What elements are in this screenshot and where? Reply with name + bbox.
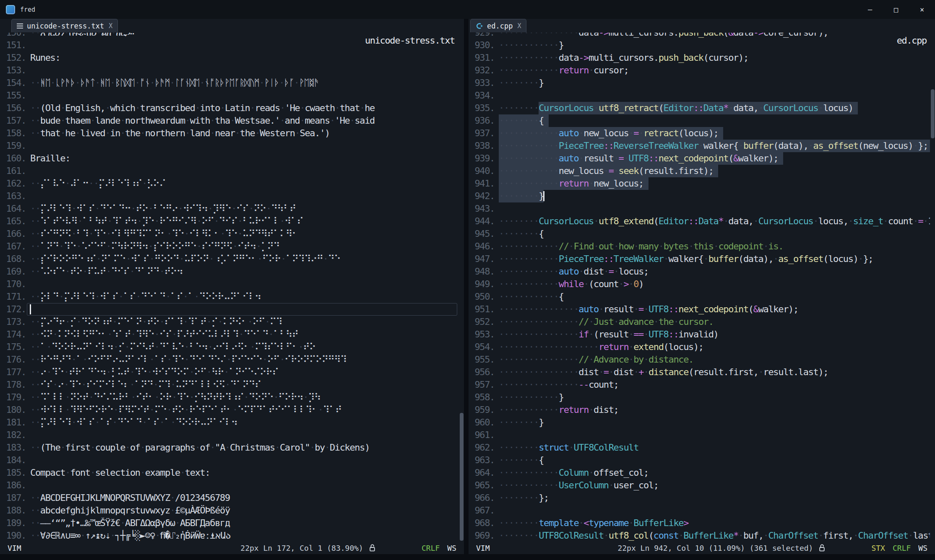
code-line[interactable]: 941.············return·new_locus; <box>469 177 930 190</box>
code-line[interactable]: 174.··⠪⠝·⠅⠝⠪⠇⠫⠛⠑⠂·⠱⠁⠞·⠹⠻⠑·⠊⠎·⠏⠜⠞⠊⠊⠥⠇⠜⠇⠹·… <box>0 328 459 341</box>
flag-ws[interactable]: WS <box>918 544 927 552</box>
code-line[interactable]: 158.··that·he·lived·in·the·northern·land… <box>0 127 459 140</box>
code-line[interactable]: 935.········CursorLocus·utf8_retract(Edi… <box>469 102 930 114</box>
code-line[interactable]: 962.········struct·UTF8ColResult <box>469 441 930 454</box>
code-line[interactable]: 959.············return·dist; <box>469 404 930 416</box>
code-line[interactable]: 956.················dist·=·dist·+·distan… <box>469 366 930 379</box>
code-line[interactable]: 178.··⠊⠎·⠔·⠹⠑·⠎⠊⠍⠊⠇⠑⠆·⠁⠝⠙·⠍⠹·⠥⠝⠙⠁⠇⠇⠪⠫·⠙⠁… <box>0 379 459 391</box>
flag-crlf[interactable]: CRLF <box>893 544 911 552</box>
code-line[interactable]: 958.············} <box>469 391 930 404</box>
code-line[interactable]: 170. <box>0 278 459 290</box>
code-line[interactable]: 155. <box>0 89 459 102</box>
code-line[interactable]: 949.············while·(count·>·0) <box>469 278 930 290</box>
unlock-icon[interactable] <box>369 544 375 552</box>
code-line[interactable]: 931.············data->multi_cursors.push… <box>469 52 930 64</box>
code-line[interactable]: 933.········} <box>469 77 930 89</box>
code-line[interactable]: 947.············PieceTree::TreeWalker·wa… <box>469 253 930 265</box>
code-line[interactable]: 968.········template·<typename·BufferLik… <box>469 517 930 529</box>
horizontal-scrollbar-track[interactable] <box>0 554 935 560</box>
code-line[interactable]: 969.········UTF8ColResult·utf8_col(const… <box>469 529 930 542</box>
code-line[interactable]: 964.············Column·offset_col; <box>469 467 930 479</box>
code-line[interactable]: 960.········} <box>469 416 930 429</box>
code-line[interactable]: 171.··⡕⠇⠙·⡍⠜⠇⠑⠹·⠺⠁⠎·⠁⠎·⠙⠑⠁⠙·⠁⠎·⠁·⠙⠕⠕⠗⠤⠝⠁… <box>0 290 459 303</box>
code-line[interactable]: 963.········{ <box>469 454 930 467</box>
text-editor-viewport[interactable]: 150.··እግርህን·በፍራሽህ·ልክ·ዘርጋ።151.152.Runes:1… <box>0 33 459 542</box>
code-line[interactable]: 934. <box>469 89 930 102</box>
code-line[interactable]: 167.··⠁⠝⠙·⠹⠑·⠡⠊⠑⠋·⠍⠳⠗⠝⠻⠲·⡎⠊⠗⠕⠕⠛⠑·⠎⠊⠛⠝⠫·⠊… <box>0 240 459 253</box>
code-line[interactable]: 157.··bude·thaem·lande·northweardum·with… <box>0 114 459 127</box>
code-line[interactable]: 188.··abcdefghijklmnopqrstuvwxyz·£©µÀÆÖÞ… <box>0 504 459 517</box>
code-line[interactable]: 951.················auto·result·=·UTF8::… <box>469 303 930 316</box>
code-line[interactable]: 179.··⠩⠁⠇⠇·⠝⠕⠞·⠙⠊⠌⠥⠗⠃·⠊⠞⠂·⠕⠗·⠹⠑·⡊⠳⠝⠞⠗⠹⠰⠎… <box>0 391 459 404</box>
tab-ed-cpp[interactable]: ed.cpp X <box>470 19 526 32</box>
code-line[interactable]: 161. <box>0 165 459 177</box>
code-line[interactable]: 953.················if·(result·==·UTF8::… <box>469 328 930 341</box>
maximize-button[interactable]: □ <box>883 0 909 19</box>
code-line[interactable]: 940.············new_locus·=·seek(result.… <box>469 165 930 177</box>
minimize-button[interactable]: — <box>857 0 883 19</box>
code-line[interactable]: 153. <box>0 64 459 77</box>
tab-unicode-stress-txt[interactable]: unicode-stress.txt X <box>11 19 118 32</box>
code-line[interactable]: 190.··∀∂∈ℝ∧∪≡∞·↑↗↨↻⇣·┐┼╔╘░►☺♀·ﬁ�⑀₂ἠḂӥẄɐː… <box>0 529 459 542</box>
flag-ws[interactable]: WS <box>447 544 456 552</box>
code-line[interactable]: 175.··⠁·⠙⠕⠕⠗⠤⠝⠁⠊⠇⠲·⡊·⠍⠊⠣⠞·⠙⠁⠧⠑·⠃⠑⠲·⠔⠊⠇⠔⠫… <box>0 341 459 353</box>
code-line[interactable]: 938.············PieceTree::ReverseTreeWa… <box>469 140 930 152</box>
close-button[interactable]: × <box>909 0 935 19</box>
scrollbar-thumb[interactable] <box>931 89 935 138</box>
code-line[interactable]: 154.··ᚻᛖ·ᚳᚹᚫᚦ·ᚦᚫᛏ·ᚻᛖ·ᛒᚢᛞᛖ·ᚩᚾ·ᚦᚫᛗ·ᛚᚪᚾᛞᛖ·ᚾ… <box>0 77 459 89</box>
code-line[interactable]: 168.··⡎⠊⠗⠕⠕⠛⠑⠰⠎·⠝⠁⠍⠑·⠺⠁⠎·⠛⠕⠕⠙·⠥⠏⠕⠝·⠰⡡⠁⠝⠛… <box>0 253 459 265</box>
code-line[interactable]: 961. <box>469 429 930 441</box>
code-line[interactable]: 159. <box>0 140 459 152</box>
code-line[interactable]: 166.··⠎⠊⠛⠝⠫·⠃⠹·⠹⠑·⠊⠇⠻⠛⠹⠍⠁⠝⠂·⠹⠑·⠊⠇⠻⠅⠂·⠹⠑·… <box>0 228 459 240</box>
code-line[interactable]: 965.············UserColumn·user_col; <box>469 479 930 492</box>
code-line[interactable]: 952.················//·Just·advance·the·… <box>469 316 930 328</box>
code-line[interactable]: 176.··⠗⠑⠛⠜⠙·⠁·⠊⠕⠋⠋⠔⠤⠝⠁⠊⠇·⠁⠎·⠹⠑·⠙⠑⠁⠙⠑⠌·⠏⠊… <box>0 353 459 366</box>
code-line[interactable]: 182. <box>0 429 459 441</box>
code-line[interactable]: 183.··(The·first·couple·of·paragraphs·of… <box>0 441 459 454</box>
code-line[interactable]: 187.··ABCDEFGHIJKLMNOPQRSTUVWXYZ·/012345… <box>0 492 459 504</box>
scrollbar-thumb[interactable] <box>460 413 464 541</box>
code-line[interactable]: 152.Runes: <box>0 52 459 64</box>
code-line[interactable]: 163. <box>0 190 459 202</box>
code-line[interactable]: 181.··⡍⠜⠇⠑⠹·⠺⠁⠎·⠁⠎·⠙⠑⠁⠙·⠁⠎·⠁·⠙⠕⠕⠗⠤⠝⠁⠊⠇⠲ <box>0 416 459 429</box>
code-line[interactable]: 165.··⠱⠁⠞⠑⠧⠻·⠁⠃⠳⠞·⠹⠁⠞⠲·⡹⠑·⠗⠑⠛⠊⠌⠻·⠕⠋·⠙⠊⠎·… <box>0 215 459 228</box>
code-line[interactable]: 936.········{ <box>469 114 930 127</box>
code-line[interactable]: 966.········}; <box>469 492 930 504</box>
code-line[interactable]: 930.············} <box>469 39 930 52</box>
code-editor-viewport[interactable]: 929.················data->multi_cursors.… <box>469 33 930 542</box>
code-line[interactable]: 955.················//·Advance·by·distan… <box>469 353 930 366</box>
code-line[interactable]: 937.············auto·new_locus·=·retract… <box>469 127 930 140</box>
code-line[interactable]: 954.····················return·extend(lo… <box>469 341 930 353</box>
code-line[interactable]: 957.················--count; <box>469 379 930 391</box>
code-line[interactable]: 172. <box>0 303 459 316</box>
code-line[interactable]: 946.············//·Find·out·how·many·byt… <box>469 240 930 253</box>
code-line[interactable]: 169.··⠡⠕⠎⠑·⠞⠕·⠏⠥⠞·⠙⠊⠎·⠙⠁⠝⠙·⠞⠕⠲ <box>0 265 459 278</box>
code-line[interactable]: 944.········CursorLocus·utf8_extend(Edit… <box>469 215 930 228</box>
code-line[interactable]: 189.··–—‘“”„†•…‰™œŠŸž€·ΑΒΓΔΩαβγδω·АБВГДа… <box>0 517 459 529</box>
unlock-icon[interactable] <box>819 544 825 552</box>
vertical-scrollbar[interactable] <box>930 19 935 542</box>
code-line[interactable]: 160.Braille: <box>0 152 459 165</box>
tab-close-icon[interactable]: X <box>517 22 521 30</box>
code-line[interactable]: 177.··⠔·⠹⠑·⠞⠗⠁⠙⠑⠲·⡃⠥⠞·⠹⠑·⠺⠊⠎⠙⠕⠍·⠕⠋·⠳⠗·⠁⠝… <box>0 366 459 379</box>
code-line[interactable]: 945.········{ <box>469 228 930 240</box>
code-line[interactable]: 156.··(Old·English,·which·transcribed·in… <box>0 102 459 114</box>
code-line[interactable]: 184. <box>0 454 459 467</box>
code-line[interactable]: 967. <box>469 504 930 517</box>
code-line[interactable]: 932.············return·cursor; <box>469 64 930 77</box>
code-line[interactable]: 943. <box>469 202 930 215</box>
code-line[interactable]: 173.··⡍⠔⠙⠖·⡊·⠙⠕⠝⠰⠞·⠍⠑⠁⠝·⠞⠕·⠎⠁⠹·⠹⠁⠞·⡊·⠅⠝⠪… <box>0 316 459 328</box>
code-line[interactable]: 186. <box>0 479 459 492</box>
code-line[interactable]: 939.············auto·result·=·UTF8::next… <box>469 152 930 165</box>
flag-stx[interactable]: STX <box>871 544 885 552</box>
code-line[interactable]: 929.················data->multi_cursors.… <box>469 33 930 39</box>
code-line[interactable]: 950.············{ <box>469 290 930 303</box>
code-line[interactable]: 185.Compact·font·selection·example·text: <box>0 467 459 479</box>
code-line[interactable]: 180.··⠺⠊⠇⠇·⠹⠻⠑⠋⠕⠗⠑·⠏⠻⠍⠊⠞·⠍⠑·⠞⠕·⠗⠑⠏⠑⠁⠞⠂·⠑… <box>0 404 459 416</box>
code-line[interactable]: 942.········} <box>469 190 930 202</box>
flag-crlf[interactable]: CRLF <box>422 544 440 552</box>
tab-close-icon[interactable]: X <box>109 22 112 30</box>
vertical-scrollbar[interactable] <box>459 19 464 542</box>
code-line[interactable]: 162.··⡌⠁⠧⠑·⠼⠁⠒··⡍⠜⠇⠑⠹⠰⠎·⡣⠕⠌ <box>0 177 459 190</box>
pane-divider[interactable] <box>464 19 469 554</box>
